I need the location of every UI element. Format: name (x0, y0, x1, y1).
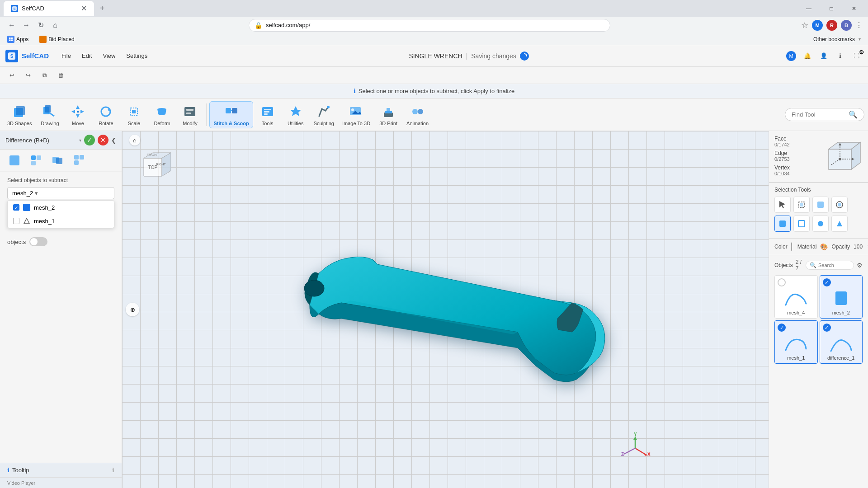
other-bookmarks[interactable]: Other bookmarks ▾ (810, 35, 864, 43)
tool-stitch-scoop[interactable]: Stitch & Scoop (209, 101, 253, 128)
tool-image-to-3d[interactable]: Image To 3D (339, 102, 374, 128)
bookmark-bid-placed[interactable]: Bid Placed (36, 35, 78, 44)
difference1-check[interactable]: ✓ (823, 324, 831, 332)
tool-sculpting[interactable]: Sculpting (310, 102, 338, 128)
edit-menu[interactable]: Edit (76, 50, 97, 62)
animation-label: Animation (406, 121, 429, 126)
mesh2-thumbnail (827, 286, 854, 309)
object-card-mesh4[interactable]: mesh_4 (774, 275, 818, 319)
tool-rotate[interactable]: Rotate (92, 102, 119, 128)
objects-gear-icon[interactable]: ⚙ (857, 262, 863, 269)
view-menu[interactable]: View (97, 50, 121, 62)
file-menu[interactable]: File (56, 50, 76, 62)
svg-marker-19 (80, 110, 84, 113)
account-icon[interactable]: B (841, 20, 852, 31)
mesh-group-icon[interactable] (51, 153, 65, 168)
select-vertex-tool[interactable] (774, 216, 791, 232)
mesh2-checkbox[interactable]: ✓ (13, 204, 19, 211)
dropdown-item-mesh2[interactable]: ✓ mesh_2 (8, 201, 114, 214)
select-solid-tool[interactable] (831, 216, 848, 232)
select-arrow-tool[interactable] (774, 197, 791, 213)
back-button[interactable]: ← (5, 19, 18, 32)
favorites-icon[interactable]: ☆ (801, 20, 808, 30)
address-bar[interactable]: 🔒 selfcad.com/app/ (249, 19, 610, 32)
extension-icon[interactable]: ⋮ (855, 21, 863, 29)
mesh1-check-obj[interactable]: ✓ (778, 324, 786, 332)
select-box-tool[interactable] (793, 197, 810, 213)
collapse-panel-button[interactable]: ❮ (111, 137, 116, 144)
tool-animation[interactable]: Animation (403, 102, 432, 128)
find-tool-box[interactable]: 🔍 (785, 108, 864, 121)
search-magnifier-icon: 🔍 (810, 262, 816, 268)
bookmark-apps[interactable]: Apps (4, 35, 32, 44)
select-multi-tool[interactable] (831, 197, 848, 213)
color-material-section: Color Material 🎨 Opacity 100 ▲ ▼ (769, 238, 868, 255)
face-stat: Face 0/1742 (774, 136, 790, 147)
tool-drawing[interactable]: Drawing (36, 102, 63, 128)
axis-indicator: X Y Z (619, 432, 651, 465)
select-mesh-icon[interactable] (29, 153, 43, 168)
forward-button[interactable]: → (20, 19, 33, 32)
object-card-mesh1[interactable]: ✓ mesh_1 (774, 320, 818, 364)
select-label: Select objects to subtract (7, 177, 114, 183)
material-icon[interactable]: 🎨 (820, 243, 828, 250)
color-picker[interactable] (791, 242, 792, 251)
find-tool-input[interactable] (792, 111, 846, 118)
refresh-button[interactable]: ↻ (34, 19, 47, 32)
search-box[interactable]: 🔍 (806, 261, 854, 270)
object-card-difference1[interactable]: ✓ difference_1 (820, 320, 863, 364)
dropdown-arrow-icon[interactable]: ▾ (79, 138, 81, 143)
tab-close-button[interactable]: ✕ (81, 4, 87, 13)
object-card-mesh2[interactable]: ✓ mesh_2 (820, 275, 863, 319)
tools-icon (259, 103, 276, 120)
account-menu-icon[interactable]: 👤 (817, 50, 830, 62)
confirm-button[interactable]: ✓ (84, 135, 95, 145)
face-count: 0/1742 (774, 142, 790, 147)
mesh2-check[interactable]: ✓ (823, 278, 831, 286)
select-face-tool[interactable] (812, 197, 829, 213)
new-tab-button[interactable]: + (96, 2, 108, 15)
duplicate-button[interactable]: ⧉ (38, 69, 51, 82)
tool-utilities[interactable]: Utilities (282, 102, 309, 128)
search-input[interactable] (818, 263, 850, 268)
undo-button[interactable]: ↩ (5, 69, 18, 82)
vertex-stat: Vertex 0/1034 (774, 164, 790, 176)
browser-right-icons: ☆ M R B ⋮ (801, 20, 863, 31)
select-edge-tool[interactable] (793, 216, 810, 232)
tool-tools[interactable]: Tools (254, 102, 281, 128)
help-icon[interactable]: ℹ (834, 50, 846, 62)
mesh4-check[interactable] (778, 278, 786, 286)
select-points-tool[interactable] (812, 216, 829, 232)
3d-cube-widget[interactable] (822, 136, 863, 178)
cancel-button[interactable]: ✕ (98, 135, 108, 145)
delete-button[interactable]: 🗑 (54, 69, 67, 82)
minimize-button[interactable]: — (798, 1, 819, 16)
stitch-scoop-icon (223, 103, 240, 120)
other-objects-toggle[interactable] (29, 237, 47, 246)
tool-3d-print[interactable]: 3D Print (375, 102, 402, 128)
browser-tab[interactable]: S SelfCAD ✕ (4, 1, 94, 16)
tool-move[interactable]: Move (64, 102, 91, 128)
tool-scale[interactable]: Scale (120, 102, 147, 128)
svg-point-43 (412, 109, 418, 114)
profile-icon[interactable]: M (812, 20, 823, 31)
maximize-button[interactable]: □ (821, 1, 842, 16)
mesh1-checkbox[interactable] (13, 218, 19, 224)
redo-button[interactable]: ↪ (22, 69, 34, 82)
settings-menu[interactable]: Settings (121, 50, 153, 62)
dropdown-value: mesh_2 (12, 190, 33, 197)
close-button[interactable]: ✕ (844, 1, 864, 16)
tool-modify[interactable]: Modify (176, 102, 203, 128)
select-all-icon[interactable] (7, 153, 22, 168)
deform-icon (154, 103, 170, 120)
dropdown-item-mesh1[interactable]: mesh_1 (8, 214, 114, 228)
user-profile-icon[interactable]: M (785, 50, 797, 62)
mesh-select-dropdown[interactable]: mesh_2 ▾ (7, 187, 114, 199)
info-message: Select one or more objects to subtract, … (359, 88, 514, 94)
multi-mesh-icon[interactable] (72, 153, 87, 168)
tool-3d-shapes[interactable]: 3D Shapes (4, 102, 35, 128)
notification-icon[interactable]: 🔔 (801, 50, 814, 62)
tool-deform[interactable]: Deform (148, 102, 175, 128)
home-button[interactable]: ⌂ (49, 19, 61, 32)
user-icon[interactable]: R (826, 20, 837, 31)
